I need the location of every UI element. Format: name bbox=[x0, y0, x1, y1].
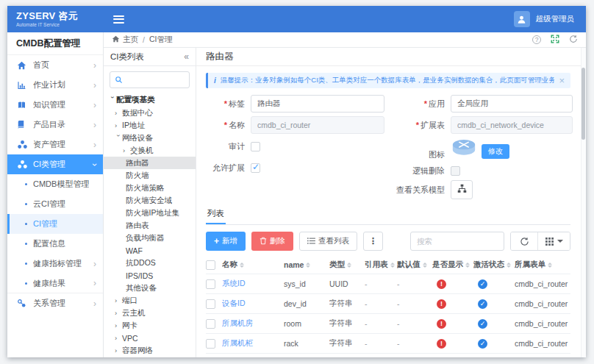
expander-icon[interactable]: › bbox=[109, 96, 116, 104]
column-header[interactable]: 引用表 bbox=[365, 260, 397, 270]
expander-icon[interactable]: › bbox=[115, 322, 122, 329]
sort-icon[interactable] bbox=[240, 263, 244, 268]
attribute-link[interactable]: 设备ID bbox=[222, 299, 246, 309]
menu-toggle-icon[interactable] bbox=[113, 13, 124, 25]
sidebar-subitem[interactable]: CMDB模型管理 bbox=[7, 174, 103, 194]
tree-item[interactable]: ›防火墙安全域 bbox=[104, 194, 196, 207]
tree-item[interactable]: ›IP地址 bbox=[104, 119, 196, 132]
modify-icon-button[interactable]: 修改 bbox=[482, 144, 509, 159]
sort-icon[interactable] bbox=[306, 263, 310, 268]
audit-checkbox[interactable] bbox=[251, 142, 260, 151]
allow-extend-checkbox[interactable] bbox=[251, 163, 260, 173]
tree-item[interactable]: ›路由器 bbox=[104, 157, 196, 169]
row-checkbox[interactable] bbox=[206, 279, 215, 289]
sidebar-item[interactable]: 产品目录› bbox=[7, 115, 103, 135]
tree-item[interactable]: ›网卡 bbox=[104, 319, 196, 332]
refresh-page-icon[interactable] bbox=[569, 35, 578, 45]
row-checkbox[interactable] bbox=[206, 319, 215, 329]
column-header[interactable]: 默认值 bbox=[397, 260, 432, 270]
attribute-link[interactable]: 系统ID bbox=[222, 279, 246, 289]
expander-icon[interactable]: › bbox=[115, 310, 122, 317]
breadcrumb-current: CI管理 bbox=[149, 35, 173, 45]
table-search-input[interactable] bbox=[410, 232, 504, 251]
sidebar-subitem[interactable]: 健康结果› bbox=[7, 274, 103, 293]
tree-item[interactable]: ›IPS/IDS bbox=[104, 269, 196, 282]
display-status-icon: ! bbox=[437, 339, 446, 349]
application-field[interactable] bbox=[451, 95, 573, 113]
view-list-button[interactable]: 查看列表 bbox=[299, 232, 357, 251]
more-actions-button[interactable] bbox=[363, 232, 383, 251]
tree-search-box[interactable] bbox=[110, 71, 190, 88]
column-header[interactable]: 是否显示 bbox=[432, 260, 473, 270]
fullscreen-icon[interactable] bbox=[551, 35, 559, 45]
sidebar-item[interactable]: CI类管理› bbox=[7, 154, 103, 174]
sidebar-item[interactable]: 知识管理› bbox=[7, 95, 103, 115]
sidebar-item[interactable]: 资产管理› bbox=[7, 135, 103, 154]
tree-item[interactable]: ›交换机 bbox=[104, 144, 196, 157]
tree-item[interactable]: ›云主机 bbox=[104, 307, 196, 319]
tree-item[interactable]: ›网络设备 bbox=[104, 132, 196, 144]
row-checkbox[interactable] bbox=[206, 339, 215, 349]
scrollbar[interactable] bbox=[581, 48, 586, 357]
column-settings-button[interactable] bbox=[537, 232, 570, 250]
tree-item[interactable]: ›容器网络 bbox=[104, 344, 196, 357]
view-relation-model-button[interactable] bbox=[451, 180, 473, 199]
collapse-panel-button[interactable]: « bbox=[184, 51, 189, 62]
expander-icon[interactable]: › bbox=[123, 147, 130, 154]
sort-icon[interactable] bbox=[390, 263, 395, 268]
sort-icon[interactable] bbox=[548, 263, 552, 268]
logical-delete-checkbox[interactable] bbox=[451, 166, 460, 176]
sort-icon[interactable] bbox=[347, 263, 351, 268]
sidebar-item[interactable]: 首页› bbox=[7, 55, 103, 75]
help-icon[interactable] bbox=[532, 35, 541, 44]
sort-icon[interactable] bbox=[465, 263, 470, 268]
expander-icon[interactable]: › bbox=[115, 335, 122, 342]
column-header[interactable]: 激活状态 bbox=[473, 260, 515, 270]
sort-icon[interactable] bbox=[423, 263, 427, 268]
sidebar-subitem[interactable]: 云CI管理 bbox=[7, 194, 103, 214]
add-button[interactable]: 新增 bbox=[206, 232, 246, 251]
select-all-checkbox[interactable] bbox=[206, 260, 215, 270]
scrollbar-thumb[interactable] bbox=[582, 68, 585, 140]
row-checkbox[interactable] bbox=[206, 299, 215, 309]
delete-button[interactable]: 删除 bbox=[251, 232, 293, 251]
label-field-label: 标签 bbox=[199, 99, 245, 110]
tree-item[interactable]: ›其他设备 bbox=[104, 282, 196, 294]
label-field[interactable] bbox=[251, 95, 384, 113]
expander-icon[interactable]: › bbox=[115, 122, 122, 129]
sidebar-item[interactable]: 关系管理› bbox=[7, 293, 103, 313]
sidebar-subitem[interactable]: CI管理 bbox=[7, 214, 103, 234]
tree-search-input[interactable] bbox=[126, 75, 185, 85]
expander-icon[interactable]: › bbox=[115, 347, 122, 354]
tree-item[interactable]: ›端口 bbox=[104, 294, 196, 307]
tree-item[interactable]: ›防火墙策略 bbox=[104, 182, 196, 194]
tree-item[interactable]: ›抗DDOS bbox=[104, 257, 196, 269]
tree-item[interactable]: ›VPC bbox=[104, 332, 196, 344]
tree-item[interactable]: ›数据中心 bbox=[104, 107, 196, 119]
column-header[interactable]: 所属表单 bbox=[515, 260, 570, 270]
attribute-link[interactable]: 所属机房 bbox=[222, 318, 253, 329]
close-icon[interactable] bbox=[559, 76, 565, 85]
expander-icon[interactable]: › bbox=[115, 110, 122, 117]
breadcrumb-home[interactable]: 主页 bbox=[123, 35, 138, 45]
sidebar-item[interactable]: 作业计划› bbox=[7, 75, 103, 95]
tree-item[interactable]: ›配置项基类 bbox=[104, 93, 196, 107]
column-header[interactable]: name bbox=[284, 260, 329, 269]
tree-item[interactable]: ›防火墙 bbox=[104, 169, 196, 182]
tree-item[interactable]: ›负载均衡器 bbox=[104, 232, 196, 244]
refresh-table-button[interactable] bbox=[511, 232, 537, 250]
tree-item[interactable]: ›路由表 bbox=[104, 219, 196, 232]
current-user[interactable]: 超级管理员 bbox=[536, 14, 575, 24]
tree-item[interactable]: ›防火墙IP地址集 bbox=[104, 207, 196, 219]
attribute-link[interactable]: 所属机柜 bbox=[222, 338, 253, 349]
sort-icon[interactable] bbox=[507, 263, 511, 268]
user-avatar-icon[interactable] bbox=[514, 11, 530, 27]
sidebar-subitem[interactable]: 配置信息 bbox=[7, 234, 103, 254]
sidebar-subitem[interactable]: 健康指标管理› bbox=[7, 254, 103, 274]
expander-icon[interactable]: › bbox=[115, 135, 122, 142]
tree-item[interactable]: ›WAF bbox=[104, 244, 196, 257]
expander-icon[interactable]: › bbox=[115, 297, 122, 304]
column-header[interactable]: 类型 bbox=[329, 260, 365, 270]
column-header[interactable]: 名称 bbox=[222, 260, 284, 270]
tab-list[interactable]: 列表 bbox=[206, 205, 226, 224]
